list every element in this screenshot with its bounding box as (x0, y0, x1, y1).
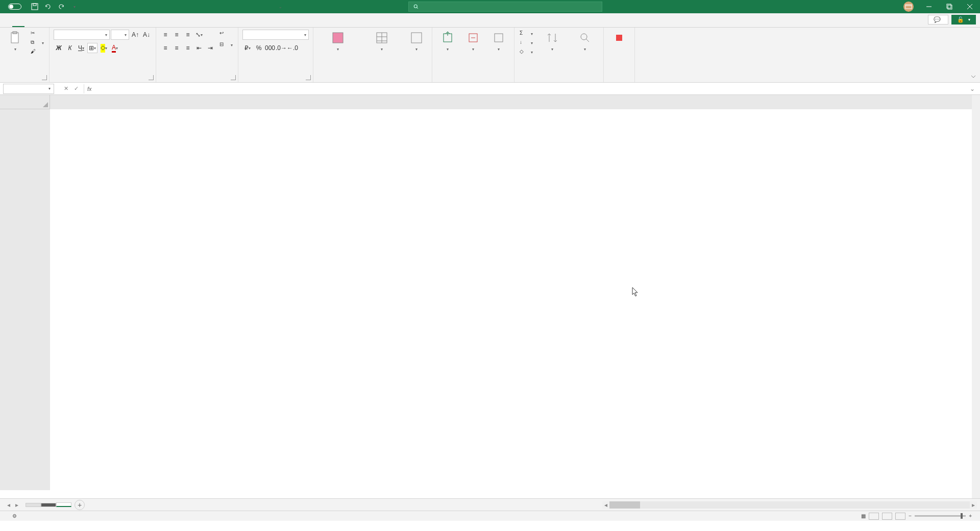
align-center-icon[interactable]: ≡ (172, 43, 182, 53)
percent-icon[interactable]: % (254, 43, 264, 53)
cells-area[interactable] (50, 109, 972, 490)
font-name-select[interactable]: ▾ (54, 30, 110, 40)
tab-home[interactable] (12, 21, 24, 27)
save-icon[interactable] (31, 3, 39, 11)
ribbon-display-icon[interactable] (898, 0, 919, 13)
tab-help[interactable] (110, 22, 122, 27)
merge-button[interactable]: ⊟▾ (218, 41, 234, 49)
font-size-select[interactable]: ▾ (111, 30, 129, 40)
bold-button[interactable]: Ж (54, 43, 64, 53)
decrease-decimal-icon[interactable]: ←.0 (287, 43, 298, 53)
name-box[interactable]: ▾ (3, 84, 54, 94)
svg-rect-6 (11, 33, 18, 43)
collapse-ribbon-icon[interactable] (970, 73, 977, 80)
italic-button[interactable]: К (65, 43, 75, 53)
align-right-icon[interactable]: ≡ (183, 43, 193, 53)
tab-layout[interactable] (37, 22, 49, 27)
cut-button[interactable]: ✂ (30, 30, 45, 38)
underline-button[interactable]: Ч▾ (76, 43, 86, 53)
decrease-font-icon[interactable]: A↓ (141, 30, 152, 40)
autosum-button[interactable]: Σ▾ (519, 30, 534, 38)
minimize-icon[interactable] (919, 0, 939, 13)
display-settings[interactable]: ▦ (861, 513, 866, 519)
find-select-button[interactable]: ▾ (571, 30, 599, 53)
tab-formulas[interactable] (49, 22, 61, 27)
tab-insert[interactable] (24, 22, 37, 27)
comma-icon[interactable]: 000 (265, 43, 275, 53)
vertical-scrollbar[interactable] (972, 95, 980, 498)
align-top-icon[interactable]: ≡ (160, 30, 170, 40)
fx-icon[interactable]: fx (87, 86, 92, 92)
sheet-tab-active[interactable] (56, 502, 71, 507)
enter-formula-icon[interactable]: ✓ (71, 84, 81, 93)
autosave-toggle[interactable] (5, 4, 21, 10)
copy-button[interactable]: ⧉▾ (30, 39, 45, 47)
cell-styles-button[interactable]: ▾ (405, 30, 428, 53)
font-color-button[interactable]: A▾ (110, 43, 120, 53)
sort-filter-button[interactable]: ▾ (537, 30, 568, 53)
zoom-slider[interactable] (915, 515, 966, 517)
align-middle-icon[interactable]: ≡ (172, 30, 182, 40)
undo-icon[interactable] (44, 3, 52, 11)
horizontal-scrollbar[interactable]: ◂ ▸ (602, 501, 977, 509)
number-format-select[interactable]: ▾ (242, 30, 309, 40)
dialog-launcher-icon[interactable] (231, 75, 236, 80)
chevron-down-icon: ▾ (531, 32, 533, 36)
qat-dropdown-icon[interactable]: ▾ (70, 3, 79, 11)
sheet-next-icon[interactable]: ▸ (13, 501, 20, 509)
insert-cells-button[interactable]: ▾ (436, 30, 459, 53)
expand-formula-bar-icon[interactable]: ⌄ (970, 85, 977, 92)
increase-decimal-icon[interactable]: .0→ (276, 43, 286, 53)
tab-file[interactable] (0, 22, 12, 27)
tab-automate[interactable] (98, 22, 110, 27)
search-box[interactable] (408, 2, 602, 12)
wrap-text-button[interactable]: ↩ (218, 30, 234, 38)
redo-icon[interactable] (57, 3, 65, 11)
sheet-prev-icon[interactable]: ◂ (5, 501, 12, 509)
conditional-format-button[interactable]: ▾ (317, 30, 358, 53)
increase-font-icon[interactable]: A↑ (130, 30, 140, 40)
clear-button[interactable]: ◇▾ (519, 48, 534, 56)
tab-data[interactable] (61, 22, 74, 27)
currency-icon[interactable]: ₽▾ (242, 43, 253, 53)
increase-indent-icon[interactable]: ⇥ (205, 43, 215, 53)
addins-button[interactable] (608, 30, 630, 47)
zoom-out-icon[interactable]: − (909, 513, 912, 519)
scroll-left-icon[interactable]: ◂ (602, 501, 609, 509)
sheet-tab[interactable] (41, 503, 56, 507)
filename[interactable]: ⌄ (276, 5, 282, 9)
sheet-tab[interactable] (26, 503, 41, 507)
decrease-indent-icon[interactable]: ⇤ (194, 43, 204, 53)
fill-color-button[interactable]: ◇▾ (99, 43, 109, 53)
delete-cells-button[interactable]: ▾ (462, 30, 484, 53)
tab-review[interactable] (74, 22, 86, 27)
maximize-icon[interactable] (939, 0, 960, 13)
close-icon[interactable] (960, 0, 980, 13)
dialog-launcher-icon[interactable] (42, 75, 47, 80)
share-button[interactable]: 🔓▾ (951, 15, 976, 25)
dialog-launcher-icon[interactable] (306, 75, 311, 80)
paste-button[interactable]: ▾ (4, 30, 27, 53)
format-table-button[interactable]: ▾ (361, 30, 402, 53)
tab-view[interactable] (86, 22, 98, 27)
format-cells-button[interactable]: ▾ (487, 30, 510, 53)
format-painter-button[interactable]: 🖌 (30, 48, 45, 56)
align-left-icon[interactable]: ≡ (160, 43, 170, 53)
comments-button[interactable]: 💬 (928, 15, 948, 25)
chevron-down-icon: ▾ (551, 47, 553, 52)
scroll-right-icon[interactable]: ▸ (970, 501, 977, 509)
orientation-icon[interactable]: ⤡▾ (194, 30, 204, 40)
normal-view-icon[interactable] (869, 513, 879, 520)
select-all-triangle[interactable] (0, 95, 50, 109)
align-bottom-icon[interactable]: ≡ (183, 30, 193, 40)
formula-input[interactable] (92, 84, 970, 94)
fill-button[interactable]: ↓▾ (519, 39, 534, 47)
page-break-view-icon[interactable] (895, 513, 905, 520)
add-sheet-button[interactable]: + (75, 500, 85, 510)
dialog-launcher-icon[interactable] (149, 75, 154, 80)
page-layout-view-icon[interactable] (882, 513, 892, 520)
accessibility-status[interactable]: ⚙ (12, 513, 17, 519)
zoom-in-icon[interactable]: + (969, 513, 972, 519)
borders-button[interactable]: ⊞▾ (87, 43, 97, 53)
cancel-formula-icon[interactable]: ✕ (61, 84, 70, 93)
